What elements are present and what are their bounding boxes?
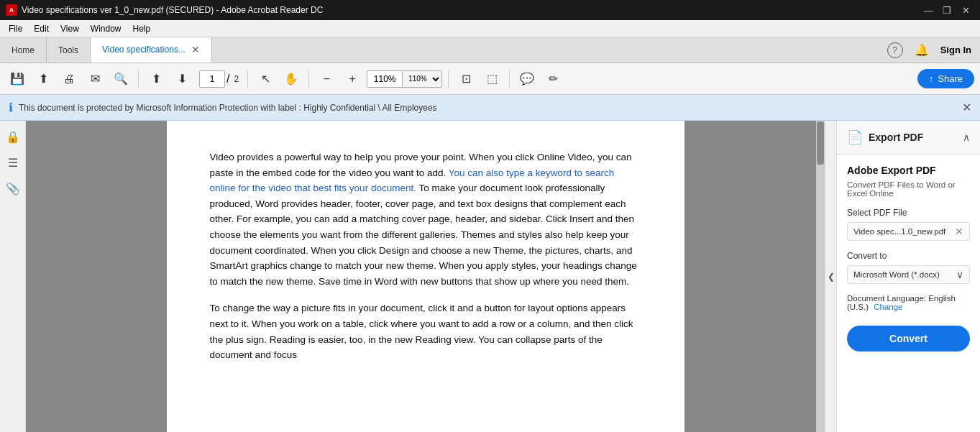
fit-button[interactable]: ⊡ <box>454 68 477 91</box>
info-icon: ℹ <box>9 101 13 114</box>
menu-bar: File Edit View Window Help <box>0 20 980 37</box>
separator-3 <box>308 70 309 88</box>
share-button[interactable]: ↑ Share <box>917 69 974 88</box>
signin-button[interactable]: Sign In <box>940 45 971 55</box>
page-total: 2 <box>234 74 239 84</box>
separator-4 <box>448 70 449 88</box>
zoom-in-button[interactable]: + <box>341 68 364 91</box>
export-pdf-icon: 📄 <box>847 129 863 145</box>
app-icon: A <box>6 4 17 16</box>
help-button[interactable]: ? <box>887 42 903 58</box>
left-sidebar: 🔒 ☰ 📎 <box>0 121 26 432</box>
right-panel: 📄 Export PDF ∧ Adobe Export PDF Convert … <box>836 121 980 432</box>
layers-icon[interactable]: ☰ <box>3 152 23 173</box>
minimize-button[interactable]: — <box>920 3 937 17</box>
main-area: 🔒 ☰ 📎 Video provides a powerful way to h… <box>0 121 980 432</box>
pdf-paragraph-2: To change the way a picture fits in your… <box>210 300 641 362</box>
save-button[interactable]: 💾 <box>6 68 29 91</box>
tab-home[interactable]: Home <box>0 37 47 63</box>
cursor-tool-button[interactable]: ↖ <box>254 68 277 91</box>
upload-button[interactable]: ⬆ <box>32 68 55 91</box>
tab-close-icon[interactable]: ✕ <box>191 44 200 55</box>
email-button[interactable]: ✉ <box>83 68 106 91</box>
zoom-dropdown[interactable]: 110% 100% 75% 150% <box>403 70 442 88</box>
window-controls[interactable]: — ❐ ✕ <box>920 3 974 17</box>
notifications-bell-icon[interactable]: 🔔 <box>915 43 929 57</box>
lock-icon: 🔒 <box>3 127 23 147</box>
marquee-zoom-button[interactable]: ⬚ <box>480 68 503 91</box>
select-pdf-label: Select PDF File <box>847 208 970 218</box>
share-label: Share <box>938 73 963 84</box>
panel-file-row: Video spec...1.0_new.pdf ✕ <box>847 222 970 241</box>
attachment-icon[interactable]: 📎 <box>3 178 23 198</box>
toolbar: 💾 ⬆ 🖨 ✉ 🔍 ⬆ ⬇ 1 / 2 ↖ ✋ − + 110% 110% 10… <box>0 63 980 95</box>
comment-button[interactable]: 💬 <box>516 68 539 91</box>
pen-button[interactable]: ✏ <box>541 68 564 91</box>
convert-to-label: Convert to <box>847 251 970 261</box>
share-icon: ↑ <box>929 73 934 84</box>
zoom-out-button[interactable]: − <box>315 68 338 91</box>
panel-chevron-up-icon[interactable]: ∧ <box>963 132 970 143</box>
tab-tools[interactable]: Tools <box>47 37 91 63</box>
panel-header: 📄 Export PDF ∧ <box>837 121 980 155</box>
page-separator: / <box>226 73 229 86</box>
zoom-input[interactable]: 110% <box>367 70 403 88</box>
pdf-scrollbar-thumb[interactable] <box>817 121 824 165</box>
doc-lang-label: Document Language: <box>847 294 926 303</box>
tab-video-spec[interactable]: Video specifications... ✕ <box>91 37 212 63</box>
info-bar: ℹ This document is protected by Microsof… <box>0 95 980 121</box>
pdf-scrollbar[interactable] <box>816 121 825 432</box>
menu-help[interactable]: Help <box>127 22 157 35</box>
panel-collapse-arrow[interactable]: ❮ <box>825 121 836 432</box>
panel-section-desc: Convert PDF Files to Word or Excel Onlin… <box>847 180 970 198</box>
panel-section-title: Adobe Export PDF <box>847 165 970 176</box>
pdf-paragraph-1: Video provides a powerful way to help yo… <box>210 150 641 289</box>
menu-window[interactable]: Window <box>85 22 127 35</box>
tab-bar: Home Tools Video specifications... ✕ ? 🔔… <box>0 37 980 63</box>
convert-button[interactable]: Convert <box>847 326 970 351</box>
title-bar: A Video specifications ver 1_0_new.pdf (… <box>0 0 980 20</box>
panel-title: Export PDF <box>869 132 923 143</box>
info-bar-close-button[interactable]: ✕ <box>962 101 971 114</box>
print-button[interactable]: 🖨 <box>58 68 81 91</box>
maximize-button[interactable]: ❐ <box>938 3 956 17</box>
change-language-button[interactable]: Change <box>874 303 902 311</box>
separator-5 <box>509 70 510 88</box>
separator-1 <box>138 70 139 88</box>
panel-body: Adobe Export PDF Convert PDF Files to Wo… <box>837 155 980 373</box>
convert-dropdown-arrow-icon: ∨ <box>956 269 963 280</box>
panel-file-close-button[interactable]: ✕ <box>955 226 963 237</box>
info-message: This document is protected by Microsoft … <box>19 103 437 113</box>
pdf-area: Video provides a powerful way to help yo… <box>26 121 825 432</box>
menu-file[interactable]: File <box>3 22 28 35</box>
separator-2 <box>247 70 248 88</box>
document-language-row: Document Language: English (U.S.) Change <box>847 294 970 311</box>
page-number-input[interactable]: 1 <box>199 70 225 88</box>
convert-to-dropdown[interactable]: Microsoft Word (*.docx) ∨ <box>847 265 970 284</box>
panel-file-name: Video spec...1.0_new.pdf <box>853 227 952 236</box>
window-title: Video specifications ver 1_0_new.pdf (SE… <box>22 5 323 15</box>
menu-view[interactable]: View <box>55 22 85 35</box>
hand-tool-button[interactable]: ✋ <box>280 68 303 91</box>
next-page-button[interactable]: ⬇ <box>170 68 193 91</box>
close-button[interactable]: ✕ <box>957 3 974 17</box>
search-button[interactable]: 🔍 <box>109 68 132 91</box>
convert-to-value: Microsoft Word (*.docx) <box>853 270 956 279</box>
pdf-page: Video provides a powerful way to help yo… <box>167 121 684 432</box>
prev-page-button[interactable]: ⬆ <box>145 68 168 91</box>
menu-edit[interactable]: Edit <box>28 22 55 35</box>
